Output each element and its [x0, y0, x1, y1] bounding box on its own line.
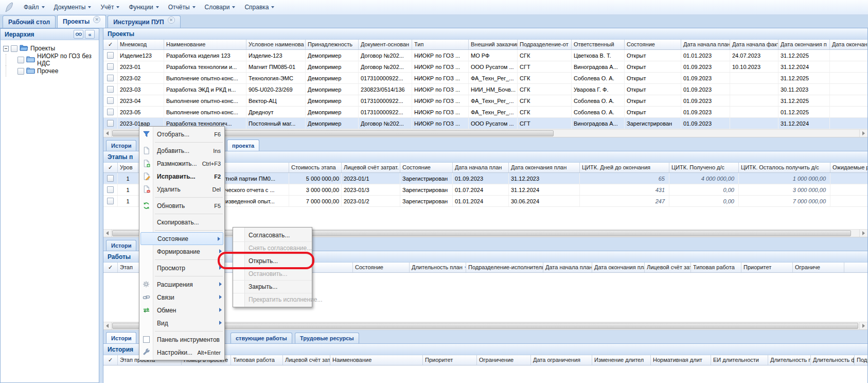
- node-checkbox[interactable]: [17, 68, 24, 75]
- table-row[interactable]: 2023-05Выполнение опытно-конс...Дредноут…: [103, 107, 867, 118]
- menu-item-состояние[interactable]: Состояние: [140, 232, 223, 245]
- column-header[interactable]: Подразделение-от: [518, 40, 572, 49]
- tab-labor-resources[interactable]: Трудовые ресурсы: [295, 333, 359, 343]
- tab-instructions-pup[interactable]: Инструкции ПУП✕: [108, 15, 180, 28]
- column-header[interactable]: ✓: [103, 355, 118, 365]
- collapse-node-icon[interactable]: [3, 46, 9, 51]
- column-header[interactable]: Условное наименова: [246, 40, 306, 49]
- column-header[interactable]: Наименование: [330, 355, 423, 365]
- column-header[interactable]: Дата начала план.: [681, 40, 730, 49]
- row-checkbox[interactable]: [107, 198, 114, 204]
- column-header[interactable]: Дата начала факт.: [730, 40, 778, 49]
- tab-desktop[interactable]: Рабочий стол: [3, 15, 56, 28]
- menu-accounting[interactable]: Учёт: [96, 2, 124, 13]
- column-header[interactable]: Лицевой счёт затрат.: [342, 163, 400, 172]
- menu-item-панель-инструментов[interactable]: Панель инструментов: [139, 333, 224, 346]
- column-header[interactable]: Длительность фак: [811, 355, 855, 365]
- search-icon[interactable]: [74, 30, 83, 39]
- table-row[interactable]: 2023-02Выполнение опытно-конс...Технолог…: [103, 73, 867, 84]
- column-header[interactable]: Типовая работа: [231, 355, 283, 365]
- menu-item-вид[interactable]: Вид: [139, 317, 224, 329]
- close-icon[interactable]: ✕: [168, 16, 175, 24]
- column-header[interactable]: Состояние: [353, 263, 410, 272]
- scroll-right-icon[interactable]: [859, 130, 867, 137]
- column-header[interactable]: Дата начала план: [453, 163, 509, 172]
- column-header[interactable]: Лицевой счёт затр: [645, 263, 691, 272]
- column-header[interactable]: Мнемокод: [118, 40, 164, 49]
- column-header[interactable]: ✓: [103, 263, 118, 272]
- tree-item-niokr[interactable]: НИОКР по ГОЗ без НДС: [2, 54, 97, 65]
- table-row[interactable]: 2023-01Разработка технологии и...Магнит …: [103, 61, 867, 73]
- menu-help[interactable]: Справка: [240, 2, 279, 13]
- column-header[interactable]: [309, 263, 353, 272]
- row-checkbox[interactable]: [107, 97, 114, 104]
- menu-item-размножить-[interactable]: Размножить...Ctrl+F3: [139, 157, 224, 170]
- row-checkbox[interactable]: [107, 52, 114, 59]
- submenu-item-4[interactable]: Закрыть...: [233, 280, 312, 293]
- tab-history[interactable]: Истори: [106, 332, 136, 343]
- scroll-left-icon[interactable]: [103, 322, 112, 329]
- row-checkbox[interactable]: [107, 186, 114, 193]
- menu-dictionaries[interactable]: Словари: [200, 2, 240, 13]
- row-checkbox[interactable]: [107, 63, 114, 70]
- menu-documents[interactable]: Документы: [49, 2, 96, 13]
- column-header[interactable]: Нормативная длит: [651, 355, 711, 365]
- column-header[interactable]: Приоритет: [741, 263, 793, 272]
- tab-project-stages[interactable]: проекта: [227, 140, 259, 151]
- column-header[interactable]: Дата окончания ф: [830, 40, 867, 49]
- scroll-right-icon[interactable]: [859, 322, 867, 329]
- column-header[interactable]: [844, 263, 867, 272]
- menu-item-настройки-[interactable]: Настройки...Alt+Enter: [139, 346, 224, 359]
- menu-item-обмен[interactable]: Обмен: [139, 304, 224, 317]
- column-header[interactable]: Приоритет: [423, 355, 477, 365]
- collapse-panel-icon[interactable]: «: [85, 30, 95, 39]
- column-header[interactable]: Ожидаемые р: [830, 163, 867, 172]
- scroll-left-icon[interactable]: [103, 230, 112, 237]
- column-header[interactable]: Длительность пла: [768, 355, 811, 365]
- menu-item-расширения[interactable]: Расширения: [139, 278, 224, 291]
- submenu-item-0[interactable]: Согласовать...: [233, 229, 312, 241]
- node-checkbox[interactable]: [17, 57, 24, 63]
- node-checkbox[interactable]: [11, 45, 17, 52]
- column-header[interactable]: Состояние: [625, 40, 681, 49]
- scroll-left-icon[interactable]: [103, 130, 112, 137]
- panel-splitter[interactable]: [99, 28, 103, 383]
- column-header[interactable]: Дата окончания п: [778, 40, 830, 49]
- menu-item-связи[interactable]: Связи: [139, 291, 224, 304]
- close-icon[interactable]: ✕: [93, 16, 100, 23]
- column-header[interactable]: Изменение длител: [592, 355, 651, 365]
- table-row[interactable]: 2023-03Разработка ЭКД и РКД н...905-U020…: [103, 84, 867, 95]
- tab-projects[interactable]: Проекты✕: [57, 15, 106, 28]
- tab-history[interactable]: Истори: [106, 240, 136, 251]
- scroll-right-icon[interactable]: [859, 230, 867, 237]
- menu-item-скопировать-[interactable]: Скопировать...: [139, 216, 224, 229]
- column-header[interactable]: ✓: [103, 163, 118, 172]
- column-header[interactable]: Внешний заказчик: [469, 40, 518, 49]
- row-checkbox[interactable]: [107, 86, 114, 93]
- column-header[interactable]: Подразделение-ис: [855, 355, 867, 365]
- menu-item-просмотр[interactable]: Просмотр: [139, 262, 224, 274]
- row-checkbox[interactable]: [107, 75, 114, 81]
- column-header[interactable]: Состояние: [400, 163, 453, 172]
- row-checkbox[interactable]: [107, 109, 114, 115]
- column-header[interactable]: Ограничение: [477, 355, 531, 365]
- column-header[interactable]: Стоимость этапа: [289, 163, 342, 172]
- table-row[interactable]: 2023-04Выполнение опытно-конс...Вектор-А…: [103, 95, 867, 107]
- column-header[interactable]: Ограниче: [793, 263, 844, 272]
- column-header[interactable]: ЦИТК. Осталось получить д/с: [739, 163, 830, 172]
- column-header[interactable]: Наименование: [164, 40, 246, 49]
- menu-item-добавить-[interactable]: Добавить...Ins: [139, 144, 224, 157]
- menu-functions[interactable]: Функции: [124, 2, 163, 13]
- column-header[interactable]: Уров: [118, 163, 138, 172]
- column-header[interactable]: Дата ограничения: [531, 355, 592, 365]
- column-header[interactable]: ЕИ длительности: [711, 355, 768, 365]
- column-header[interactable]: Тип: [412, 40, 469, 49]
- row-checkbox[interactable]: [107, 175, 114, 182]
- column-header[interactable]: ЦИТК. Дней до окончания: [580, 163, 669, 172]
- column-header[interactable]: Дата окончания план: [509, 163, 580, 172]
- column-header[interactable]: Длительность план: [410, 263, 466, 272]
- column-header[interactable]: Документ-основан: [359, 40, 412, 49]
- menu-reports[interactable]: Отчёты: [164, 2, 200, 13]
- menu-item-отобрать-[interactable]: Отобрать...F6: [139, 128, 224, 141]
- column-header[interactable]: Лицевой счёт затр: [283, 355, 330, 365]
